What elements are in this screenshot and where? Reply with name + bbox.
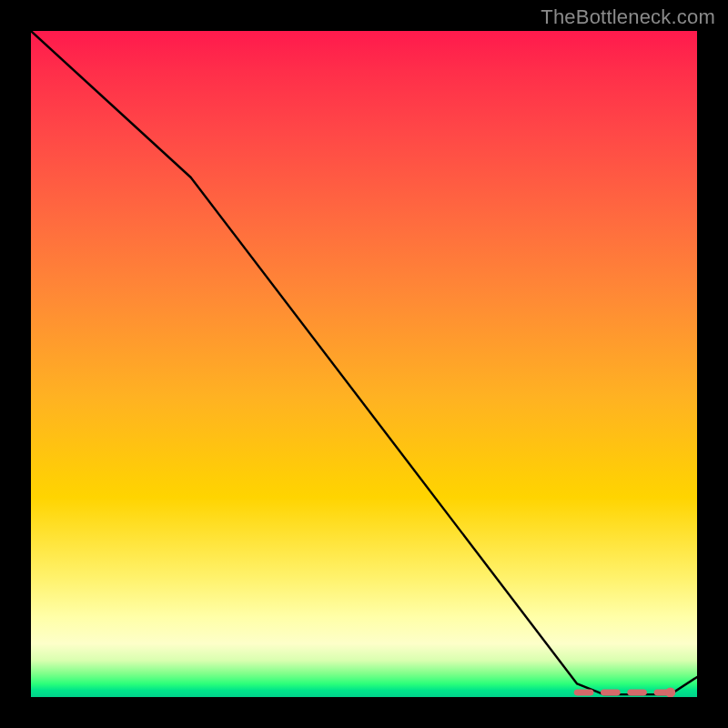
- curve-path: [31, 31, 697, 694]
- chart-svg: [31, 31, 697, 697]
- marker-point: [665, 687, 675, 697]
- chart-stage: TheBottleneck.com: [0, 0, 728, 728]
- watermark-text: TheBottleneck.com: [541, 5, 715, 29]
- plot-area: [31, 31, 697, 697]
